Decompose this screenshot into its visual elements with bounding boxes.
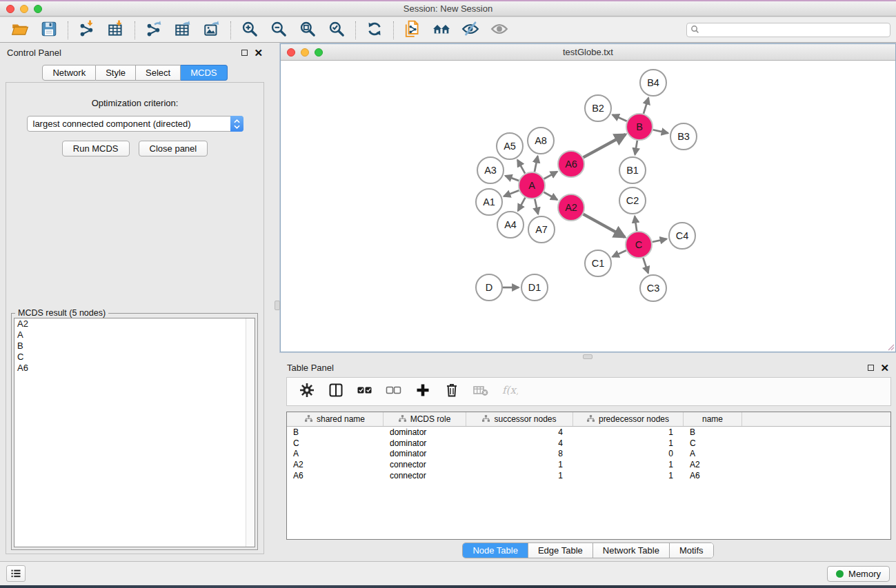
graph-edge-C-C1[interactable] — [613, 250, 626, 256]
close-panel-icon[interactable]: ✕ — [254, 50, 263, 56]
open-session-button[interactable] — [6, 20, 34, 41]
close-table-panel-icon[interactable]: ✕ — [880, 365, 889, 371]
graph-edge-A-A4[interactable] — [518, 198, 525, 211]
resize-grip-icon[interactable] — [886, 343, 895, 351]
tab-edge-table[interactable]: Edge Table — [528, 543, 593, 558]
graph-edge-A-A8[interactable] — [535, 156, 538, 172]
graph-edge-B-B3[interactable] — [653, 130, 668, 133]
zoom-fit-button[interactable] — [293, 20, 322, 41]
table-row[interactable]: Cdominator41C — [287, 438, 890, 449]
hide-selected-button[interactable] — [456, 20, 485, 41]
zoom-window-button[interactable] — [34, 5, 42, 13]
table-cell[interactable]: dominator — [384, 449, 466, 458]
table-cell[interactable]: connector — [384, 460, 466, 469]
zoom-out-button[interactable] — [264, 20, 293, 41]
horizontal-splitter-handle[interactable] — [583, 354, 593, 359]
tab-network-table[interactable]: Network Table — [593, 543, 670, 558]
table-row[interactable]: A2connector11A2 — [287, 459, 890, 470]
table-cell[interactable]: connector — [384, 471, 466, 480]
close-panel-button[interactable]: Close panel — [139, 141, 208, 156]
tab-motifs[interactable]: Motifs — [670, 543, 713, 558]
float-panel-icon[interactable] — [241, 50, 248, 56]
new-network-from-selection-button[interactable] — [398, 20, 427, 41]
graph-edge-B-B2[interactable] — [613, 114, 627, 121]
import-network-button[interactable] — [72, 20, 101, 41]
table-cell[interactable]: 1 — [573, 460, 684, 469]
mcds-result-item[interactable]: C — [14, 352, 255, 363]
table-cell[interactable]: 1 — [573, 438, 684, 448]
graph-edge-C-C2[interactable] — [635, 216, 637, 231]
graph-edge-A-A3[interactable] — [506, 176, 519, 181]
criterion-dropdown[interactable]: largest connected component (directed) — [27, 116, 243, 132]
save-session-button[interactable] — [34, 20, 63, 41]
minimize-window-button[interactable] — [20, 5, 28, 13]
run-mcds-button[interactable]: Run MCDS — [62, 141, 130, 156]
graph-edge-A2-C[interactable] — [584, 214, 625, 237]
export-table-button[interactable] — [168, 20, 197, 41]
mcds-result-item[interactable]: A — [14, 330, 255, 341]
mcds-result-list[interactable]: A2ABCA6 — [14, 318, 255, 547]
search-field[interactable] — [686, 23, 890, 37]
control-tab-network[interactable]: Network — [42, 65, 96, 81]
delete-column-button[interactable] — [439, 381, 465, 403]
graph-edge-A-A7[interactable] — [535, 199, 538, 214]
export-network-button[interactable] — [139, 20, 168, 41]
table-cell[interactable]: 0 — [573, 449, 684, 458]
table-row[interactable]: A6connector11A6 — [287, 470, 890, 481]
table-cell[interactable]: 1 — [466, 471, 573, 480]
task-history-button[interactable] — [6, 565, 26, 582]
table-cell[interactable]: A — [287, 449, 384, 458]
table-cell[interactable]: A6 — [287, 471, 384, 480]
graph-edge-A-A6[interactable] — [544, 172, 557, 179]
tab-node-table[interactable]: Node Table — [463, 543, 528, 558]
control-tab-mcds[interactable]: MCDS — [181, 65, 227, 81]
show-column-panel-button[interactable] — [323, 381, 349, 403]
table-cell[interactable]: 1 — [573, 427, 684, 437]
vertical-splitter-handle[interactable] — [275, 301, 280, 310]
result-scrollbar[interactable] — [246, 318, 255, 547]
control-tab-select[interactable]: Select — [136, 65, 181, 81]
table-cell[interactable]: B — [684, 427, 742, 437]
close-window-button[interactable] — [6, 5, 14, 13]
table-cell[interactable]: 1 — [466, 460, 573, 469]
graph-edge-A-A1[interactable] — [504, 190, 519, 196]
table-cell[interactable]: dominator — [384, 427, 466, 437]
memory-button[interactable]: Memory — [827, 566, 890, 582]
mcds-result-item[interactable]: A2 — [14, 318, 255, 330]
graph-edge-A-A5[interactable] — [517, 160, 525, 174]
search-input[interactable] — [702, 26, 886, 35]
table-row[interactable]: Bdominator41B — [287, 427, 890, 438]
import-table-button[interactable] — [101, 20, 130, 41]
table-cell[interactable]: 4 — [466, 427, 573, 437]
column-header-name[interactable]: name — [684, 412, 742, 426]
column-header-predecessor-nodes[interactable]: predecessor nodes — [573, 412, 684, 426]
table-cell[interactable]: A2 — [287, 460, 384, 469]
refresh-layout-button[interactable] — [360, 20, 389, 41]
mcds-result-item[interactable]: A6 — [14, 363, 255, 374]
graph-edge-A-A2[interactable] — [544, 192, 557, 200]
table-cell[interactable]: B — [287, 427, 384, 437]
first-neighbors-button[interactable] — [427, 20, 456, 41]
select-all-rows-button[interactable] — [352, 381, 378, 403]
table-cell[interactable]: C — [287, 438, 384, 448]
table-cell[interactable]: A — [684, 449, 742, 458]
table-cell[interactable]: A2 — [684, 460, 742, 469]
deselect-all-rows-button[interactable] — [381, 381, 407, 403]
control-tab-style[interactable]: Style — [96, 65, 136, 81]
graph-edge-C-C3[interactable] — [643, 258, 648, 273]
float-table-panel-icon[interactable] — [868, 365, 874, 371]
column-header-MCDS-role[interactable]: MCDS role — [384, 412, 466, 426]
create-new-column-button[interactable] — [410, 381, 436, 403]
mcds-result-item[interactable]: B — [14, 341, 255, 352]
table-cell[interactable]: 4 — [466, 438, 573, 448]
zoom-selected-button[interactable] — [322, 20, 351, 41]
show-all-button[interactable] — [485, 20, 514, 41]
graph-edge-B-B1[interactable] — [635, 141, 637, 155]
table-cell[interactable]: 1 — [573, 471, 684, 480]
table-row[interactable]: Adominator80A — [287, 448, 890, 459]
column-header-successor-nodes[interactable]: successor nodes — [466, 412, 573, 426]
table-cell[interactable]: A6 — [684, 471, 742, 480]
table-cell[interactable]: dominator — [384, 438, 466, 448]
graph-edge-A6-B[interactable] — [584, 134, 626, 157]
column-header-shared-name[interactable]: shared name — [287, 412, 384, 426]
